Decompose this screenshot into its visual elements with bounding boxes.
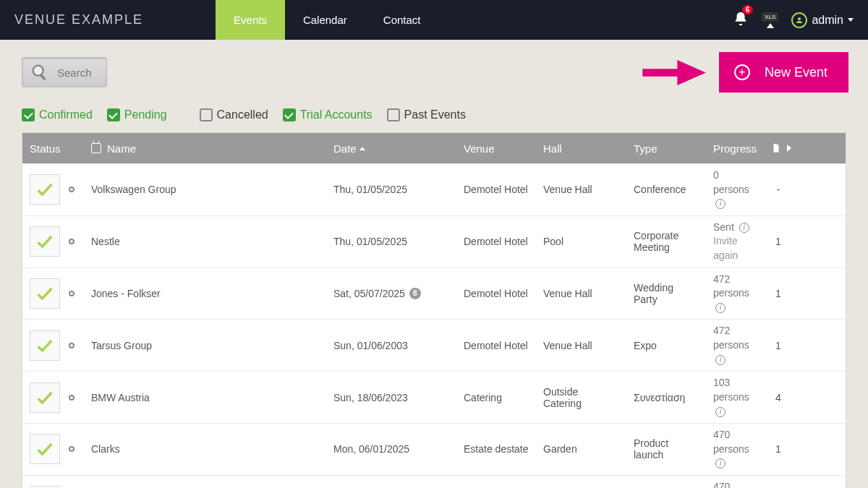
table-row[interactable]: BMW AustriaSun, 18/06/2023CateringOutsid… bbox=[22, 371, 846, 423]
filter-cancelled-label: Cancelled bbox=[217, 108, 268, 121]
new-event-wrap: + New Event bbox=[721, 54, 846, 90]
upload-arrow-icon bbox=[767, 23, 774, 28]
cell-progress: 472 persons i bbox=[706, 324, 764, 367]
status-confirmed-icon[interactable] bbox=[30, 226, 60, 257]
nav-contact[interactable]: Contact bbox=[365, 0, 439, 40]
col-actions bbox=[764, 143, 800, 153]
info-icon[interactable]: i bbox=[715, 303, 726, 313]
cell-progress: 0 persons i bbox=[706, 168, 764, 211]
table-row[interactable]: ClarksMon, 06/01/2025Estate destateGarde… bbox=[22, 423, 846, 475]
nav-calendar[interactable]: Calendar bbox=[285, 0, 365, 40]
search-button[interactable]: Search bbox=[22, 57, 107, 87]
cell-type: Corporate Meeting bbox=[626, 230, 706, 253]
status-dot-icon bbox=[69, 446, 75, 452]
search-label: Search bbox=[57, 67, 92, 79]
notification-badge: 6 bbox=[742, 5, 754, 14]
status-dot-icon bbox=[69, 343, 75, 348]
new-event-label: New Event bbox=[765, 65, 827, 80]
cell-status bbox=[22, 434, 84, 464]
info-icon[interactable]: i bbox=[715, 199, 726, 209]
cell-status bbox=[22, 382, 84, 413]
username: admin bbox=[812, 14, 843, 27]
cell-type: Συνεστίαση bbox=[626, 392, 706, 403]
status-confirmed-icon[interactable] bbox=[30, 330, 60, 361]
info-icon[interactable]: i bbox=[715, 458, 726, 468]
col-progress[interactable]: Progress bbox=[706, 142, 764, 155]
info-icon[interactable]: i bbox=[715, 407, 726, 417]
table-row[interactable]: Jones - FolkserSat, 05/07/20258Demotel H… bbox=[22, 267, 846, 320]
cell-progress: 103 persons i bbox=[706, 376, 764, 419]
col-venue[interactable]: Venue bbox=[456, 142, 536, 155]
cell-name: BMW Austria bbox=[84, 392, 326, 403]
filter-row: Confirmed Pending Cancelled Trial Accoun… bbox=[22, 108, 846, 121]
avatar-icon bbox=[791, 12, 807, 28]
action-row: Search + New Event bbox=[22, 54, 846, 90]
nav-events[interactable]: Events bbox=[216, 0, 285, 40]
highlight-arrow-icon bbox=[642, 60, 707, 88]
table-row[interactable]: NestleThu, 01/05/2025Demotel HotelPoolCo… bbox=[22, 215, 846, 267]
cell-hall: Garden bbox=[536, 443, 626, 455]
xls-label: XLS bbox=[762, 12, 778, 22]
status-confirmed-icon[interactable] bbox=[30, 174, 60, 205]
col-date[interactable]: Date bbox=[326, 142, 456, 155]
cell-progress: Sent iInvite again bbox=[706, 221, 764, 263]
col-hall[interactable]: Hall bbox=[536, 142, 626, 155]
col-status[interactable]: Status bbox=[22, 142, 84, 155]
cell-count: 1 bbox=[764, 236, 793, 247]
col-name-label: Name bbox=[107, 142, 136, 155]
cell-name: Jones - Folkser bbox=[84, 288, 326, 299]
sort-asc-icon bbox=[359, 147, 365, 150]
cell-date: Mon, 06/01/2025 bbox=[326, 443, 456, 455]
cell-hall: Venue Hall bbox=[536, 340, 626, 351]
svg-rect-1 bbox=[40, 74, 46, 80]
cell-venue: Demotel Hotel bbox=[456, 184, 536, 195]
cell-status bbox=[22, 226, 84, 257]
cell-count: 1 bbox=[764, 340, 793, 351]
filter-pending[interactable]: Pending bbox=[107, 108, 167, 121]
cell-count: 1 bbox=[764, 443, 793, 455]
checkbox-empty-icon bbox=[387, 108, 400, 121]
filter-confirmed-label: Confirmed bbox=[39, 108, 93, 121]
cell-name: Clarks bbox=[84, 443, 326, 455]
events-table: Status Name Date Venue Hall Type Progres… bbox=[22, 132, 846, 488]
magnifier-icon bbox=[30, 62, 50, 82]
info-icon[interactable]: i bbox=[715, 355, 726, 365]
brand-title: VENUE EXAMPLE bbox=[14, 12, 143, 27]
table-row[interactable]: Volkswagen GroupThu, 01/05/2025Demotel H… bbox=[22, 163, 846, 215]
new-event-button[interactable]: + New Event bbox=[721, 54, 846, 90]
cell-type: Expo bbox=[626, 340, 706, 351]
table-body: Volkswagen GroupThu, 01/05/2025Demotel H… bbox=[22, 163, 846, 488]
cell-count: - bbox=[764, 184, 793, 195]
cell-date: Sun, 01/06/2003 bbox=[326, 340, 456, 351]
status-confirmed-icon[interactable] bbox=[30, 382, 60, 413]
document-icon[interactable] bbox=[771, 143, 781, 153]
table-row[interactable]: Tarsus GroupSun, 01/06/2003Demotel Hotel… bbox=[22, 319, 846, 371]
cell-type: Conference bbox=[626, 184, 706, 195]
filter-past[interactable]: Past Events bbox=[387, 108, 466, 121]
cell-status bbox=[22, 278, 84, 309]
svg-marker-3 bbox=[677, 60, 705, 85]
col-date-label: Date bbox=[333, 142, 357, 155]
filter-confirmed[interactable]: Confirmed bbox=[22, 108, 93, 121]
filter-cancelled[interactable]: Cancelled bbox=[200, 108, 268, 121]
date-badge: 8 bbox=[409, 288, 421, 299]
user-menu[interactable]: admin bbox=[791, 12, 854, 28]
cell-date: Sat, 05/07/20258 bbox=[326, 288, 456, 299]
export-xls-button[interactable]: XLS bbox=[762, 12, 778, 28]
status-confirmed-icon[interactable] bbox=[30, 278, 60, 309]
filter-trial[interactable]: Trial Accounts bbox=[283, 108, 373, 121]
table-row[interactable]: BarclaysTue, 07/11/2023Demotel HotelDest… bbox=[22, 475, 846, 488]
col-name[interactable]: Name bbox=[84, 142, 326, 155]
cell-type: Product launch bbox=[626, 437, 706, 461]
status-confirmed-icon[interactable] bbox=[30, 434, 60, 464]
cell-hall: Venue Hall bbox=[536, 184, 626, 195]
expand-right-icon[interactable] bbox=[787, 145, 791, 152]
checkbox-checked-icon bbox=[283, 108, 296, 121]
chevron-down-icon bbox=[848, 18, 854, 22]
col-type[interactable]: Type bbox=[626, 142, 706, 155]
notifications-button[interactable]: 6 bbox=[733, 11, 749, 30]
info-icon[interactable]: i bbox=[739, 223, 749, 233]
cell-name: Nestle bbox=[84, 236, 326, 247]
cell-status bbox=[22, 330, 84, 361]
cell-date: Thu, 01/05/2025 bbox=[326, 236, 456, 247]
